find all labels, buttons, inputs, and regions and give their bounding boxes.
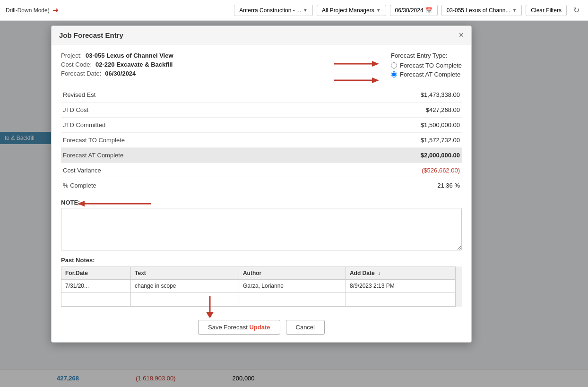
- col-author: Author: [239, 267, 346, 280]
- data-row: Revised Est$1,473,338.00: [61, 87, 462, 103]
- table-header-row: For.Date Text Author Add Date ↓: [61, 267, 462, 280]
- forecast-type-section: Forecast Entry Type: Forecast TO Complet…: [391, 52, 462, 80]
- svg-marker-1: [372, 77, 379, 83]
- table-cell-for_date: 7/31/20...: [61, 280, 131, 292]
- data-row-label: Cost Variance: [63, 167, 101, 174]
- cancel-button[interactable]: Cancel: [286, 320, 325, 335]
- note-section: NOTE:: [61, 199, 462, 252]
- pm-dropdown[interactable]: All Project Managers ▼: [317, 5, 386, 16]
- col-add-date[interactable]: Add Date ↓: [346, 267, 461, 280]
- project-info-row: Project: 03-055 Lexus of Channel View Co…: [61, 52, 462, 80]
- modal-close-button[interactable]: ×: [458, 31, 464, 39]
- radio-to-complete-label: Forecast TO Complete: [400, 62, 462, 69]
- chevron-down-icon: ▼: [303, 8, 308, 13]
- modal-title: Job Forecast Entry: [59, 31, 123, 39]
- data-row-value: $1,473,338.00: [421, 91, 460, 98]
- svg-marker-0: [372, 61, 379, 67]
- data-row: JTD Cost$427,268.00: [61, 103, 462, 118]
- drill-down-label: Drill-Down Mode): [6, 7, 50, 14]
- notes-table: For.Date Text Author Add Date ↓ 7/31/20.…: [61, 267, 462, 307]
- modal-footer: Save Forecast Update Cancel: [52, 314, 471, 342]
- project-dropdown[interactable]: 03-055 Lexus of Chann... ▼: [441, 5, 522, 16]
- save-arrow-decoration: [196, 294, 224, 318]
- top-bar: Drill-Down Mode) ➜ Anterra Construction …: [0, 0, 588, 21]
- data-row-label: JTD Committed: [63, 121, 105, 129]
- radio-to-complete[interactable]: Forecast TO Complete: [391, 62, 462, 69]
- modal-header: Job Forecast Entry ×: [52, 26, 471, 44]
- data-row-value: 21.36 %: [437, 182, 460, 189]
- chevron-down-icon: ▼: [376, 8, 381, 13]
- data-row: Forecast AT Complete$2,000,000.00: [61, 148, 462, 163]
- drill-down-mode: Drill-Down Mode) ➜: [6, 6, 59, 15]
- data-row-label: Revised Est: [63, 91, 95, 98]
- data-row: Forecast TO Complete$1,572,732.00: [61, 133, 462, 148]
- project-details: Project: 03-055 Lexus of Channel View Co…: [61, 52, 173, 79]
- company-dropdown[interactable]: Anterra Construction - ... ▼: [234, 5, 313, 16]
- forecast-type-area: Forecast Entry Type: Forecast TO Complet…: [391, 52, 462, 80]
- project-value: 03-055 Lexus of Channel View: [86, 52, 173, 59]
- drill-down-icon: ➜: [52, 6, 59, 15]
- arrows-decoration: [329, 54, 386, 92]
- project-label: Project:: [61, 52, 82, 59]
- data-row-value: $427,268.00: [426, 106, 460, 113]
- col-for-date: For.Date: [61, 267, 131, 280]
- save-button-area: Save Forecast Update: [198, 320, 280, 335]
- refresh-icon[interactable]: ↻: [571, 5, 582, 16]
- save-highlight: Update: [249, 324, 270, 331]
- save-forecast-button[interactable]: Save Forecast Update: [198, 320, 280, 335]
- forecast-date-value: 06/30/2024: [105, 70, 136, 77]
- cost-code-line: Cost Code: 02-220 Excavate & Backfill: [61, 61, 173, 68]
- cost-code-label: Cost Code:: [61, 61, 92, 68]
- chevron-down-icon: ▼: [512, 8, 517, 13]
- data-rows: Revised Est$1,473,338.00JTD Cost$427,268…: [61, 87, 462, 193]
- forecast-type-title: Forecast Entry Type:: [391, 52, 462, 59]
- table-row-empty: [61, 292, 462, 307]
- data-row-value: ($526,662.00): [422, 167, 460, 174]
- table-row: 7/31/20...change in scopeGarza, Lorianne…: [61, 280, 462, 292]
- radio-to-complete-input[interactable]: [391, 62, 397, 69]
- data-row: JTD Committed$1,500,000.00: [61, 118, 462, 133]
- sort-arrow-icon: ↓: [378, 270, 380, 276]
- col-text: Text: [131, 267, 239, 280]
- radio-at-complete-label: Forecast AT Complete: [400, 71, 460, 78]
- data-row-label: % Complete: [63, 182, 96, 189]
- past-notes-label: Past Notes:: [61, 257, 462, 264]
- data-row-label: JTD Cost: [63, 106, 88, 113]
- forecast-date-line: Forecast Date: 06/30/2024: [61, 70, 173, 77]
- radio-at-complete[interactable]: Forecast AT Complete: [391, 71, 462, 78]
- data-row-value: $2,000,000.00: [421, 152, 460, 159]
- note-label: NOTE:: [61, 199, 462, 206]
- data-row-label: Forecast AT Complete: [63, 152, 123, 159]
- data-row-value: $1,572,732.00: [421, 137, 460, 144]
- date-display: 06/30/2024 📅: [390, 5, 438, 16]
- radio-at-complete-input[interactable]: [391, 71, 397, 77]
- note-textarea[interactable]: [61, 208, 462, 250]
- forecast-date-label: Forecast Date:: [61, 70, 101, 77]
- project-line: Project: 03-055 Lexus of Channel View: [61, 52, 173, 59]
- data-row: % Complete21.36 %: [61, 178, 462, 193]
- data-row-label: Forecast TO Complete: [63, 137, 125, 144]
- modal-body: Project: 03-055 Lexus of Channel View Co…: [52, 44, 471, 314]
- svg-marker-3: [206, 312, 214, 318]
- table-cell-text: change in scope: [131, 280, 239, 292]
- table-cell-add_date: 8/9/2023 2:13 PM: [346, 280, 461, 292]
- clear-filters-button[interactable]: Clear Filters: [526, 5, 567, 16]
- calendar-icon: 📅: [425, 7, 432, 14]
- notes-scrollbar[interactable]: [455, 267, 462, 307]
- data-row-value: $1,500,000.00: [421, 121, 460, 129]
- job-forecast-modal: Job Forecast Entry × Project: 03-055 Lex…: [51, 26, 472, 343]
- notes-table-wrapper: For.Date Text Author Add Date ↓ 7/31/20.…: [61, 267, 462, 307]
- data-row: Cost Variance($526,662.00): [61, 163, 462, 178]
- cost-code-value: 02-220 Excavate & Backfill: [95, 61, 173, 68]
- table-cell-author: Garza, Lorianne: [239, 280, 346, 292]
